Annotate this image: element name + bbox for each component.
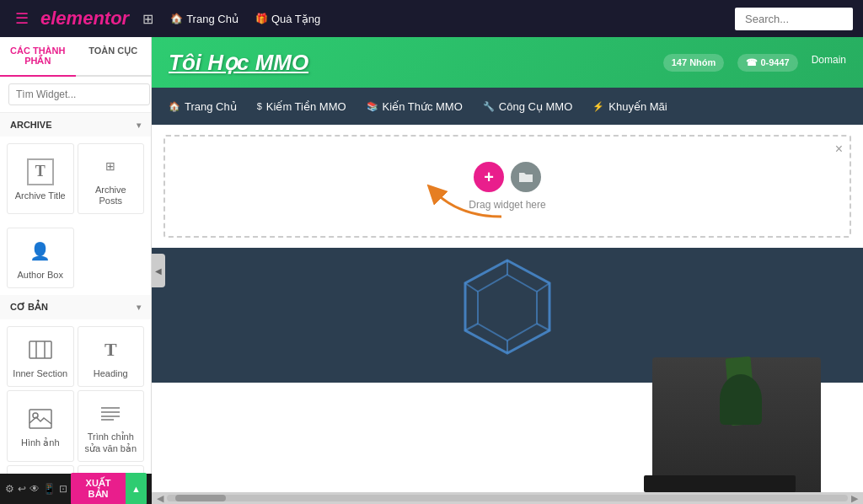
drop-buttons: +	[474, 162, 541, 192]
sidebar-tabs: CÁC THÀNH PHẦN TOÀN CỤC	[0, 37, 151, 77]
sidebar-bottom-bar: ⚙ ↩ 👁 📱 ⊡ XUẤT BẢN ▲	[0, 474, 152, 504]
banner-stat-2: ☎ 0-9447	[737, 54, 797, 72]
home-icon: 🏠	[170, 13, 183, 24]
scrollbar-thumb[interactable]	[175, 495, 226, 501]
settings-icon[interactable]: ⚙	[5, 483, 14, 495]
svg-line-20	[537, 324, 549, 330]
history-icon[interactable]: ↩	[18, 483, 26, 495]
widget-heading[interactable]: T Heading	[78, 326, 145, 387]
close-button[interactable]: ×	[835, 142, 843, 157]
widget-image[interactable]: Hình ảnh	[7, 390, 74, 461]
banner-domain: Domain	[812, 54, 846, 72]
widget-text-editor[interactable]: Trình chỉnh sửa văn bản	[78, 390, 145, 461]
sidebar: CÁC THÀNH PHẦN TOÀN CỤC 🔍 ARCHIVE ▾ T Ar…	[0, 37, 152, 504]
tablet-icon[interactable]: ⊡	[59, 483, 67, 495]
author-widgets-grid: 👤 Author Box	[0, 221, 151, 295]
scroll-left-button[interactable]: ◀	[153, 493, 167, 504]
mobile-icon[interactable]: 📱	[43, 483, 56, 495]
heading-icon: T	[97, 336, 124, 363]
eye-icon[interactable]: 👁	[29, 483, 40, 495]
nav-trang-chu[interactable]: 🏠 Trang Chủ	[170, 13, 239, 25]
dark-section	[152, 248, 863, 383]
section-basic[interactable]: CƠ BẢN ▾	[0, 295, 151, 319]
website-preview: Tôi Học MMO 147 Nhóm ☎ 0-9447 Domain 🏠 T…	[152, 37, 863, 492]
lightning-icon: ⚡	[592, 101, 604, 112]
top-nav: 🏠 Trang Chủ 🎁 Quà Tặng	[170, 13, 728, 25]
widget-search-bar: 🔍	[0, 77, 151, 113]
drag-label: Drag widget here	[469, 199, 545, 211]
site-nav-kiem-tien[interactable]: $ Kiếm Tiền MMO	[257, 100, 346, 113]
widget-author-box[interactable]: 👤 Author Box	[7, 228, 74, 288]
site-nav-khuyen-mai[interactable]: ⚡ Khuyến Mãi	[592, 100, 667, 113]
author-box-icon: 👤	[27, 238, 54, 265]
scroll-right-button[interactable]: ▶	[848, 493, 861, 504]
publish-button[interactable]: XUẤT BẢN	[71, 473, 126, 504]
site-banner: Tôi Học MMO 147 Nhóm ☎ 0-9447 Domain	[152, 37, 863, 88]
widget-search-input[interactable]	[8, 83, 150, 105]
canvas-scrollbar[interactable]: ◀ ▶	[152, 492, 863, 504]
site-nav-trang-chu[interactable]: 🏠 Trang Chủ	[169, 100, 237, 113]
banner-stats: 147 Nhóm ☎ 0-9447 Domain	[663, 54, 846, 72]
section-archive[interactable]: ARCHIVE ▾	[0, 113, 151, 137]
chevron-down-icon-basic: ▾	[137, 303, 141, 312]
svg-marker-17	[478, 275, 537, 340]
scrollbar-track	[167, 495, 848, 501]
house-icon: 🏠	[169, 101, 180, 112]
desk-decoration	[526, 340, 863, 383]
drop-zone: × + Drag widget here	[163, 135, 851, 238]
hamburger-button[interactable]: ☰	[10, 7, 34, 30]
collapse-sidebar-handle[interactable]: ◀	[152, 254, 165, 287]
svg-line-22	[465, 324, 478, 330]
svg-rect-3	[29, 410, 51, 428]
add-widget-button[interactable]: +	[474, 162, 504, 192]
gift-icon: 🎁	[255, 13, 268, 24]
dollar-icon: $	[257, 101, 262, 111]
book-icon: 📚	[367, 101, 378, 112]
widget-archive-title[interactable]: T Archive Title	[7, 143, 74, 214]
publish-group: XUẤT BẢN ▲	[71, 473, 147, 504]
banner-stat-1: 147 Nhóm	[663, 54, 725, 72]
site-logo-text: Tôi Học MMO	[169, 50, 308, 76]
archive-posts-icon: ⊞	[97, 153, 124, 180]
folder-button[interactable]	[511, 162, 541, 192]
wrench-icon: 🔧	[483, 101, 495, 112]
elementor-logo: elementor	[40, 8, 129, 29]
apps-icon[interactable]: ⊞	[142, 11, 153, 27]
chevron-down-icon: ▾	[137, 121, 141, 130]
drop-zone-content: + Drag widget here	[469, 162, 545, 211]
svg-rect-0	[29, 341, 51, 358]
archive-widgets-grid: T Archive Title ⊞ Archive Posts	[0, 137, 151, 221]
widget-inner-section[interactable]: Inner Section	[7, 326, 74, 387]
widget-archive-posts[interactable]: ⊞ Archive Posts	[78, 143, 145, 214]
search-input[interactable]	[735, 8, 853, 30]
top-bar: ☰ elementor ⊞ 🏠 Trang Chủ 🎁 Quà Tặng	[0, 0, 863, 37]
archive-title-icon: T	[27, 158, 54, 185]
canvas-area: ◀ Tôi Học MMO 147 Nhóm ☎ 0-9447 Domain 🏠…	[152, 37, 863, 504]
site-nav-cong-cu[interactable]: 🔧 Công Cụ MMO	[483, 100, 572, 113]
svg-line-23	[465, 283, 478, 292]
tab-cac-thanh-phan[interactable]: CÁC THÀNH PHẦN	[0, 37, 76, 77]
text-editor-icon	[97, 399, 124, 426]
inner-section-icon	[27, 336, 54, 363]
site-nav-kien-thuc[interactable]: 📚 Kiến Thức MMO	[367, 100, 463, 113]
publish-arrow-button[interactable]: ▲	[126, 473, 147, 504]
svg-line-19	[537, 283, 549, 292]
site-nav: 🏠 Trang Chủ $ Kiếm Tiền MMO 📚 Kiến Thức …	[152, 88, 863, 125]
image-icon	[27, 405, 54, 432]
tab-toan-cuc[interactable]: TOÀN CỤC	[76, 37, 152, 75]
nav-qua-tang[interactable]: 🎁 Quà Tặng	[255, 13, 320, 25]
main-layout: CÁC THÀNH PHẦN TOÀN CỤC 🔍 ARCHIVE ▾ T Ar…	[0, 37, 863, 504]
